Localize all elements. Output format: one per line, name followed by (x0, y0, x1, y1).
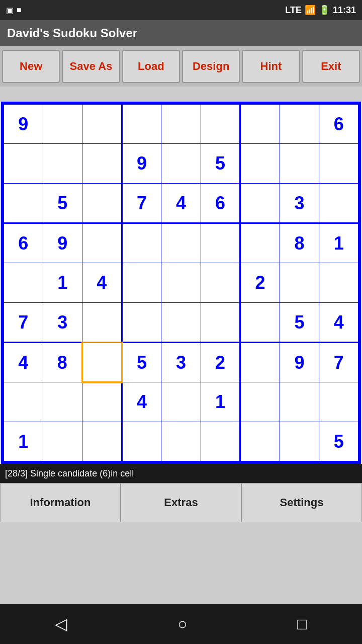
sudoku-cell[interactable] (82, 223, 122, 263)
sudoku-cell[interactable] (161, 223, 201, 263)
sudoku-cell[interactable] (122, 104, 161, 144)
sudoku-cell[interactable]: 8 (280, 223, 319, 263)
extras-tab[interactable]: Extras (121, 483, 241, 522)
new-button[interactable]: New (2, 50, 60, 83)
sudoku-cell[interactable] (82, 184, 122, 223)
sudoku-cell[interactable] (240, 184, 280, 223)
sudoku-cell[interactable]: 1 (4, 422, 43, 462)
sudoku-cell[interactable] (319, 382, 359, 422)
sudoku-cell[interactable] (161, 422, 201, 462)
sudoku-cell[interactable] (82, 382, 122, 422)
save-as-button[interactable]: Save As (62, 50, 120, 83)
sudoku-cell[interactable] (82, 104, 122, 144)
sudoku-cell[interactable] (43, 104, 82, 144)
sudoku-cell[interactable]: 2 (240, 263, 280, 303)
sudoku-cell[interactable] (240, 104, 280, 144)
design-button[interactable]: Design (182, 50, 240, 83)
sudoku-cell[interactable] (240, 223, 280, 263)
sudoku-cell[interactable] (201, 104, 240, 144)
sudoku-cell[interactable]: 7 (4, 303, 43, 343)
sudoku-cell[interactable] (43, 382, 82, 422)
settings-tab[interactable]: Settings (241, 483, 362, 522)
sudoku-cell[interactable]: 3 (161, 343, 201, 382)
sudoku-cell[interactable] (4, 263, 43, 303)
sudoku-cell[interactable] (319, 184, 359, 223)
sudoku-cell[interactable]: 4 (82, 263, 122, 303)
sudoku-cell[interactable]: 3 (43, 303, 82, 343)
sudoku-cell[interactable]: 4 (122, 382, 161, 422)
back-button[interactable]: ◁ (55, 614, 67, 633)
sudoku-cell[interactable] (280, 104, 319, 144)
sudoku-cell[interactable] (4, 144, 43, 184)
sudoku-cell[interactable]: 5 (319, 422, 359, 462)
sudoku-cell[interactable]: 4 (319, 303, 359, 343)
sudoku-cell[interactable] (161, 263, 201, 303)
sudoku-cell[interactable] (161, 382, 201, 422)
sudoku-cell[interactable] (122, 422, 161, 462)
sudoku-cell[interactable]: 1 (201, 382, 240, 422)
home-button[interactable]: ○ (177, 615, 187, 633)
sudoku-cell[interactable]: 9 (4, 104, 43, 144)
sudoku-cell[interactable] (240, 343, 280, 382)
sudoku-cell[interactable] (240, 303, 280, 343)
recents-button[interactable]: □ (297, 615, 307, 633)
sudoku-cell[interactable] (201, 223, 240, 263)
hint-button[interactable]: Hint (242, 50, 300, 83)
lte-indicator: LTE (285, 5, 302, 16)
sudoku-cell[interactable]: 9 (280, 343, 319, 382)
sudoku-cell[interactable]: 5 (201, 144, 240, 184)
sudoku-cell[interactable] (82, 422, 122, 462)
sudoku-cell[interactable] (201, 422, 240, 462)
sudoku-cell[interactable] (201, 303, 240, 343)
sudoku-table: 9695574636981142735448532974115 (3, 103, 359, 462)
sudoku-cell[interactable]: 7 (122, 184, 161, 223)
information-tab[interactable]: Information (0, 483, 121, 522)
notification-icon: ■ (17, 6, 22, 15)
sudoku-cell[interactable] (43, 144, 82, 184)
sudoku-cell[interactable]: 6 (4, 223, 43, 263)
sudoku-cell[interactable] (43, 422, 82, 462)
sudoku-cell[interactable]: 4 (4, 343, 43, 382)
sudoku-cell[interactable] (280, 422, 319, 462)
sudoku-cell[interactable]: 1 (319, 223, 359, 263)
sudoku-cell[interactable]: 3 (280, 184, 319, 223)
sudoku-cell[interactable] (280, 382, 319, 422)
sudoku-cell[interactable]: 5 (122, 343, 161, 382)
hint-text: [28/3] Single candidate (6)in cell (0, 464, 362, 483)
sudoku-cell[interactable]: 9 (122, 144, 161, 184)
sudoku-cell[interactable]: 8 (43, 343, 82, 382)
status-bar: ▣ ■ LTE 📶 🔋 11:31 (0, 0, 362, 20)
sudoku-cell[interactable] (4, 184, 43, 223)
sudoku-cell[interactable] (280, 263, 319, 303)
sudoku-cell[interactable] (82, 343, 122, 382)
sudoku-cell[interactable] (240, 382, 280, 422)
sudoku-cell[interactable] (4, 382, 43, 422)
sudoku-cell[interactable]: 5 (280, 303, 319, 343)
sudoku-cell[interactable] (319, 263, 359, 303)
sudoku-cell[interactable]: 6 (319, 104, 359, 144)
sudoku-cell[interactable] (122, 223, 161, 263)
sudoku-cell[interactable] (240, 422, 280, 462)
sudoku-cell[interactable]: 9 (43, 223, 82, 263)
hint-message: [28/3] Single candidate (6)in cell (5, 468, 134, 479)
sudoku-cell[interactable] (280, 144, 319, 184)
sudoku-cell[interactable] (122, 303, 161, 343)
sudoku-cell[interactable]: 2 (201, 343, 240, 382)
sudoku-cell[interactable] (319, 144, 359, 184)
sudoku-cell[interactable] (82, 303, 122, 343)
sudoku-cell[interactable] (161, 144, 201, 184)
sudoku-cell[interactable]: 6 (201, 184, 240, 223)
exit-button[interactable]: Exit (302, 50, 360, 83)
sudoku-cell[interactable] (122, 263, 161, 303)
load-button[interactable]: Load (122, 50, 180, 83)
sudoku-cell[interactable] (201, 263, 240, 303)
sudoku-cell[interactable] (240, 144, 280, 184)
sudoku-cell[interactable]: 4 (161, 184, 201, 223)
battery-icon: 🔋 (319, 5, 330, 16)
sudoku-cell[interactable] (161, 303, 201, 343)
sudoku-cell[interactable]: 5 (43, 184, 82, 223)
sudoku-cell[interactable] (82, 144, 122, 184)
sudoku-cell[interactable]: 1 (43, 263, 82, 303)
sudoku-cell[interactable]: 7 (319, 343, 359, 382)
sudoku-cell[interactable] (161, 104, 201, 144)
